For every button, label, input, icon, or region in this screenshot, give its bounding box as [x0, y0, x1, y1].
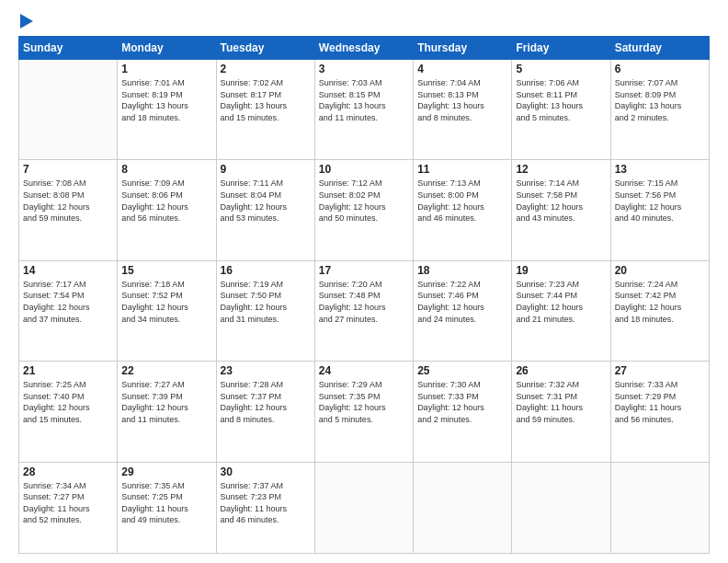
calendar-cell: 18Sunrise: 7:22 AM Sunset: 7:46 PM Dayli… — [414, 260, 512, 361]
calendar-cell — [19, 60, 118, 160]
day-info: Sunrise: 7:12 AM Sunset: 8:02 PM Dayligh… — [319, 178, 409, 224]
day-number: 11 — [417, 163, 507, 176]
day-number: 6 — [615, 63, 705, 75]
calendar-cell: 26Sunrise: 7:32 AM Sunset: 7:31 PM Dayli… — [512, 362, 610, 462]
calendar-cell — [414, 462, 512, 554]
calendar-week-5: 28Sunrise: 7:34 AM Sunset: 7:27 PM Dayli… — [19, 462, 710, 554]
day-number: 8 — [121, 163, 211, 176]
calendar-cell: 19Sunrise: 7:23 AM Sunset: 7:44 PM Dayli… — [512, 260, 610, 361]
day-number: 2 — [221, 63, 311, 75]
day-info: Sunrise: 7:07 AM Sunset: 8:09 PM Dayligh… — [615, 77, 705, 123]
day-number: 19 — [516, 264, 606, 277]
day-number: 15 — [121, 264, 211, 277]
day-info: Sunrise: 7:23 AM Sunset: 7:44 PM Dayligh… — [516, 279, 606, 325]
calendar-cell: 22Sunrise: 7:27 AM Sunset: 7:39 PM Dayli… — [118, 362, 216, 462]
day-info: Sunrise: 7:09 AM Sunset: 8:06 PM Dayligh… — [121, 178, 211, 224]
day-info: Sunrise: 7:15 AM Sunset: 7:56 PM Dayligh… — [615, 178, 705, 224]
day-info: Sunrise: 7:27 AM Sunset: 7:39 PM Dayligh… — [121, 379, 211, 425]
day-number: 21 — [23, 364, 113, 377]
calendar-cell: 4Sunrise: 7:04 AM Sunset: 8:13 PM Daylig… — [414, 60, 512, 160]
day-number: 5 — [516, 63, 606, 75]
day-number: 13 — [615, 163, 705, 176]
logo-arrow-icon — [20, 14, 33, 29]
day-info: Sunrise: 7:33 AM Sunset: 7:29 PM Dayligh… — [615, 379, 705, 425]
day-number: 7 — [23, 163, 113, 176]
calendar-cell: 20Sunrise: 7:24 AM Sunset: 7:42 PM Dayli… — [610, 260, 709, 361]
header — [18, 17, 710, 29]
day-info: Sunrise: 7:08 AM Sunset: 8:08 PM Dayligh… — [23, 178, 113, 224]
day-info: Sunrise: 7:18 AM Sunset: 7:52 PM Dayligh… — [121, 279, 211, 325]
day-info: Sunrise: 7:02 AM Sunset: 8:17 PM Dayligh… — [221, 77, 311, 123]
calendar-cell: 29Sunrise: 7:35 AM Sunset: 7:25 PM Dayli… — [118, 462, 216, 554]
calendar-cell: 30Sunrise: 7:37 AM Sunset: 7:23 PM Dayli… — [216, 462, 314, 554]
calendar-week-3: 14Sunrise: 7:17 AM Sunset: 7:54 PM Dayli… — [19, 260, 710, 361]
day-info: Sunrise: 7:20 AM Sunset: 7:48 PM Dayligh… — [319, 279, 409, 325]
calendar-cell: 11Sunrise: 7:13 AM Sunset: 8:00 PM Dayli… — [414, 160, 512, 260]
day-info: Sunrise: 7:37 AM Sunset: 7:23 PM Dayligh… — [221, 480, 311, 526]
day-number: 29 — [121, 465, 211, 478]
calendar-cell: 13Sunrise: 7:15 AM Sunset: 7:56 PM Dayli… — [610, 160, 709, 260]
day-header-friday: Friday — [512, 37, 610, 60]
calendar-cell: 9Sunrise: 7:11 AM Sunset: 8:04 PM Daylig… — [216, 160, 314, 260]
calendar-cell: 3Sunrise: 7:03 AM Sunset: 8:15 PM Daylig… — [314, 60, 413, 160]
day-header-tuesday: Tuesday — [216, 37, 314, 60]
day-info: Sunrise: 7:19 AM Sunset: 7:50 PM Dayligh… — [221, 279, 311, 325]
calendar-cell: 16Sunrise: 7:19 AM Sunset: 7:50 PM Dayli… — [216, 260, 314, 361]
calendar-cell: 2Sunrise: 7:02 AM Sunset: 8:17 PM Daylig… — [216, 60, 314, 160]
page: SundayMondayTuesdayWednesdayThursdayFrid… — [0, 0, 728, 563]
day-number: 4 — [417, 63, 507, 75]
day-info: Sunrise: 7:25 AM Sunset: 7:40 PM Dayligh… — [23, 379, 113, 425]
day-info: Sunrise: 7:17 AM Sunset: 7:54 PM Dayligh… — [23, 279, 113, 325]
day-number: 17 — [319, 264, 409, 277]
day-info: Sunrise: 7:01 AM Sunset: 8:19 PM Dayligh… — [121, 77, 211, 123]
calendar-cell: 10Sunrise: 7:12 AM Sunset: 8:02 PM Dayli… — [314, 160, 413, 260]
calendar-cell: 24Sunrise: 7:29 AM Sunset: 7:35 PM Dayli… — [314, 362, 413, 462]
calendar-cell: 21Sunrise: 7:25 AM Sunset: 7:40 PM Dayli… — [19, 362, 118, 462]
day-number: 12 — [516, 163, 606, 176]
day-info: Sunrise: 7:29 AM Sunset: 7:35 PM Dayligh… — [319, 379, 409, 425]
day-number: 18 — [417, 264, 507, 277]
day-header-sunday: Sunday — [19, 37, 118, 60]
day-info: Sunrise: 7:35 AM Sunset: 7:25 PM Dayligh… — [121, 480, 211, 526]
day-number: 1 — [121, 63, 211, 75]
day-info: Sunrise: 7:14 AM Sunset: 7:58 PM Dayligh… — [516, 178, 606, 224]
day-header-wednesday: Wednesday — [314, 37, 413, 60]
calendar-cell: 28Sunrise: 7:34 AM Sunset: 7:27 PM Dayli… — [19, 462, 118, 554]
calendar-cell: 5Sunrise: 7:06 AM Sunset: 8:11 PM Daylig… — [512, 60, 610, 160]
calendar-cell: 23Sunrise: 7:28 AM Sunset: 7:37 PM Dayli… — [216, 362, 314, 462]
day-number: 16 — [221, 264, 311, 277]
calendar-week-1: 1Sunrise: 7:01 AM Sunset: 8:19 PM Daylig… — [19, 60, 710, 160]
calendar-cell: 12Sunrise: 7:14 AM Sunset: 7:58 PM Dayli… — [512, 160, 610, 260]
day-info: Sunrise: 7:03 AM Sunset: 8:15 PM Dayligh… — [319, 77, 409, 123]
day-number: 3 — [319, 63, 409, 75]
day-number: 27 — [615, 364, 705, 377]
day-number: 30 — [221, 465, 311, 478]
calendar-cell: 14Sunrise: 7:17 AM Sunset: 7:54 PM Dayli… — [19, 260, 118, 361]
day-number: 24 — [319, 364, 409, 377]
day-info: Sunrise: 7:22 AM Sunset: 7:46 PM Dayligh… — [417, 279, 507, 325]
calendar-cell — [610, 462, 709, 554]
calendar-cell: 17Sunrise: 7:20 AM Sunset: 7:48 PM Dayli… — [314, 260, 413, 361]
day-info: Sunrise: 7:04 AM Sunset: 8:13 PM Dayligh… — [417, 77, 507, 123]
day-info: Sunrise: 7:32 AM Sunset: 7:31 PM Dayligh… — [516, 379, 606, 425]
day-info: Sunrise: 7:30 AM Sunset: 7:33 PM Dayligh… — [417, 379, 507, 425]
day-number: 22 — [121, 364, 211, 377]
day-info: Sunrise: 7:24 AM Sunset: 7:42 PM Dayligh… — [615, 279, 705, 325]
day-number: 23 — [221, 364, 311, 377]
logo — [18, 17, 33, 29]
day-info: Sunrise: 7:11 AM Sunset: 8:04 PM Dayligh… — [221, 178, 311, 224]
calendar-cell: 25Sunrise: 7:30 AM Sunset: 7:33 PM Dayli… — [414, 362, 512, 462]
day-number: 9 — [221, 163, 311, 176]
day-number: 10 — [319, 163, 409, 176]
day-header-thursday: Thursday — [414, 37, 512, 60]
day-number: 14 — [23, 264, 113, 277]
day-number: 20 — [615, 264, 705, 277]
day-info: Sunrise: 7:13 AM Sunset: 8:00 PM Dayligh… — [417, 178, 507, 224]
calendar-cell: 27Sunrise: 7:33 AM Sunset: 7:29 PM Dayli… — [610, 362, 709, 462]
day-header-saturday: Saturday — [610, 37, 709, 60]
day-number: 25 — [417, 364, 507, 377]
day-info: Sunrise: 7:06 AM Sunset: 8:11 PM Dayligh… — [516, 77, 606, 123]
calendar-cell: 1Sunrise: 7:01 AM Sunset: 8:19 PM Daylig… — [118, 60, 216, 160]
calendar-cell: 7Sunrise: 7:08 AM Sunset: 8:08 PM Daylig… — [19, 160, 118, 260]
day-number: 26 — [516, 364, 606, 377]
